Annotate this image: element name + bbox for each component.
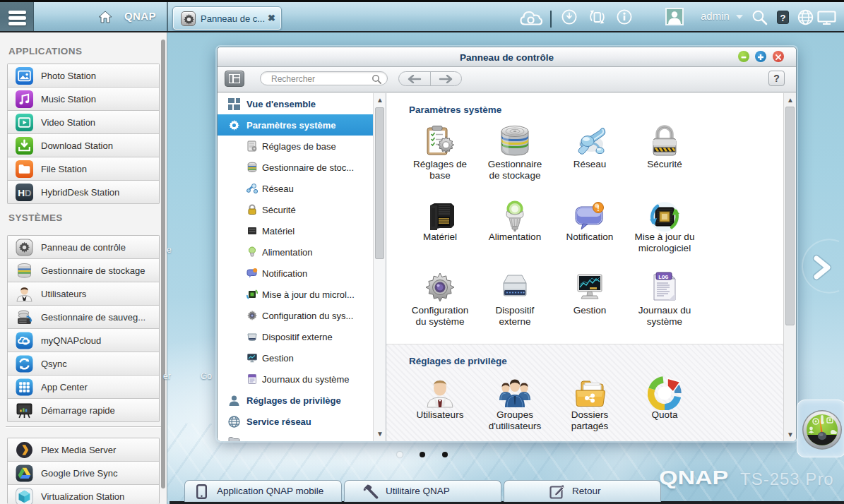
- svg-text:H: H: [18, 188, 25, 198]
- svg-text:D: D: [25, 188, 32, 198]
- svg-text:LOG: LOG: [658, 274, 669, 280]
- svg-text:!: !: [597, 204, 600, 212]
